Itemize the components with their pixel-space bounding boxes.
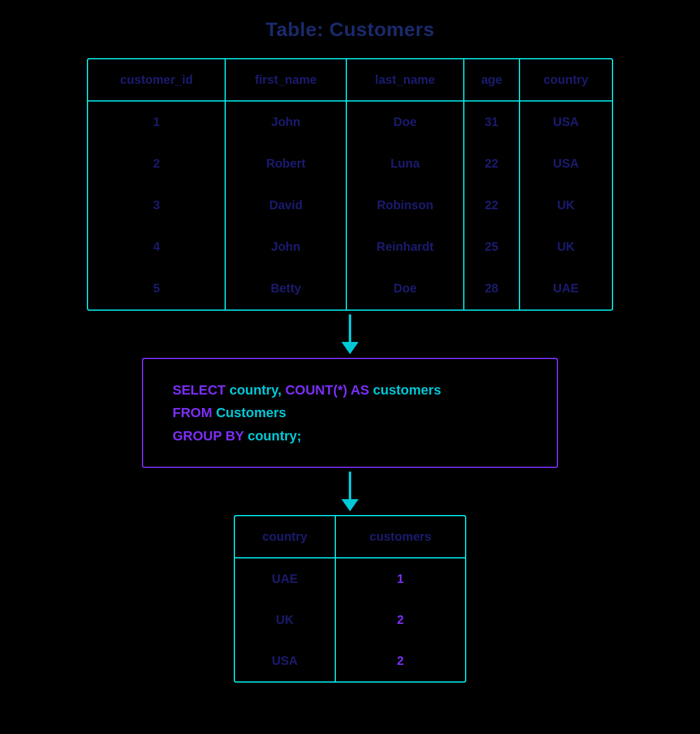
cell-first_name: John: [225, 101, 346, 143]
cell-country: UK: [519, 226, 612, 268]
col-age: age: [464, 59, 519, 101]
cell-customer_id: 5: [88, 268, 225, 310]
cell-country: UAE: [519, 268, 612, 310]
col-last-name: last_name: [346, 59, 464, 101]
arrow-down-1: [341, 314, 359, 354]
result-table-wrapper: country customers UAE1UK2USA2: [234, 515, 466, 683]
cell-last_name: Luna: [346, 143, 464, 185]
result-row: UAE1: [235, 558, 465, 599]
sql-count-kw: COUNT(*) AS: [285, 382, 369, 398]
result-header-row: country customers: [235, 516, 465, 558]
cell-first_name: John: [225, 226, 346, 268]
cell-first_name: Robert: [225, 143, 346, 185]
table-row: 3DavidRobinson22UK: [88, 185, 612, 226]
cell-first_name: David: [225, 185, 346, 226]
result-cell-country: UK: [235, 599, 335, 640]
cell-country: USA: [519, 101, 612, 143]
col-first-name: first_name: [225, 59, 346, 101]
arrow-shaft-1: [349, 314, 351, 342]
cell-age: 25: [464, 226, 519, 268]
result-col-customers: customers: [335, 516, 465, 558]
arrow-down-2: [341, 472, 359, 511]
result-row: UK2: [235, 599, 465, 640]
cell-age: 22: [464, 143, 519, 185]
table-row: 4JohnReinhardt25UK: [88, 226, 612, 268]
sql-groupby-col: country;: [244, 428, 302, 443]
cell-country: USA: [519, 143, 612, 185]
cell-country: UK: [519, 185, 612, 226]
arrow-head-1: [341, 342, 359, 354]
cell-last_name: Doe: [346, 101, 464, 143]
cell-customer_id: 4: [88, 226, 225, 268]
cell-age: 31: [464, 101, 519, 143]
result-cell-customers: 2: [335, 640, 465, 681]
cell-age: 22: [464, 185, 519, 226]
cell-last_name: Robinson: [346, 185, 464, 226]
sql-select-cols: country,: [226, 382, 285, 398]
cell-customer_id: 3: [88, 185, 225, 226]
top-table-wrapper: customer_id first_name last_name age cou…: [87, 58, 613, 311]
page-title: Table: Customers: [266, 18, 434, 41]
sql-select-kw: SELECT: [173, 382, 226, 398]
cell-customer_id: 2: [88, 143, 225, 185]
sql-from-kw: FROM: [173, 405, 212, 420]
sql-groupby-kw: GROUP BY: [173, 428, 244, 443]
result-cell-customers: 1: [335, 558, 465, 599]
cell-age: 28: [464, 268, 519, 310]
sql-line-2: FROM Customers: [173, 401, 527, 424]
cell-last_name: Reinhardt: [346, 226, 464, 268]
result-row: USA2: [235, 640, 465, 681]
result-cell-country: UAE: [235, 558, 335, 599]
table-row: 5BettyDoe28UAE: [88, 268, 612, 310]
col-customer-id: customer_id: [88, 59, 225, 101]
result-col-country: country: [235, 516, 335, 558]
sql-from-table: Customers: [212, 405, 286, 420]
cell-customer_id: 1: [88, 101, 225, 143]
cell-last_name: Doe: [346, 268, 464, 310]
sql-alias: customers: [369, 382, 441, 398]
sql-line-1: SELECT country, COUNT(*) AS customers: [173, 379, 527, 401]
main-container: Table: Customers customer_id first_name …: [0, 18, 700, 683]
arrow-head-2: [341, 499, 359, 511]
cell-first_name: Betty: [225, 268, 346, 310]
result-cell-customers: 2: [335, 599, 465, 640]
arrow-shaft-2: [349, 472, 351, 499]
result-cell-country: USA: [235, 640, 335, 681]
customers-table: customer_id first_name last_name age cou…: [88, 59, 612, 310]
table-row: 2RobertLuna22USA: [88, 143, 612, 185]
result-table: country customers UAE1UK2USA2: [235, 516, 465, 681]
table-header-row: customer_id first_name last_name age cou…: [88, 59, 612, 101]
col-country: country: [519, 59, 612, 101]
table-row: 1JohnDoe31USA: [88, 101, 612, 143]
sql-line-3: GROUP BY country;: [173, 424, 527, 447]
sql-box: SELECT country, COUNT(*) AS customers FR…: [142, 358, 558, 468]
